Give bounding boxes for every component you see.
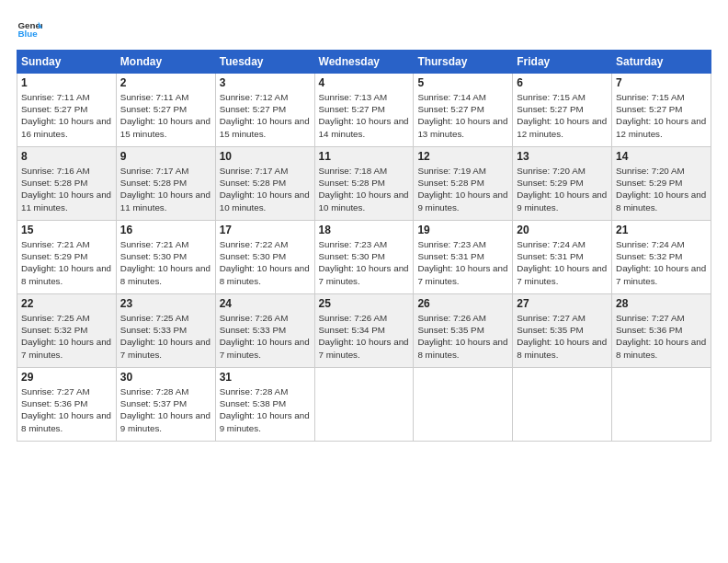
day-info: Sunrise: 7:28 AMSunset: 5:38 PMDaylight:… [220,386,310,433]
calendar-cell: 21Sunrise: 7:24 AMSunset: 5:32 PMDayligh… [612,221,711,294]
day-number: 18 [319,224,410,236]
calendar-cell: 10Sunrise: 7:17 AMSunset: 5:28 PMDayligh… [215,147,314,221]
weekday-header-row: SundayMondayTuesdayWednesdayThursdayFrid… [17,51,711,74]
calendar-cell: 28Sunrise: 7:27 AMSunset: 5:36 PMDayligh… [612,294,711,368]
calendar-cell: 13Sunrise: 7:20 AMSunset: 5:29 PMDayligh… [513,147,612,221]
day-number: 7 [616,76,707,89]
weekday-header-saturday: Saturday [612,51,711,74]
calendar-cell: 2Sunrise: 7:11 AMSunset: 5:27 PMDaylight… [116,74,215,147]
day-info: Sunrise: 7:21 AMSunset: 5:29 PMDaylight:… [21,239,111,286]
day-number: 9 [120,150,211,163]
calendar-cell: 6Sunrise: 7:15 AMSunset: 5:27 PMDaylight… [513,74,612,147]
day-info: Sunrise: 7:15 AMSunset: 5:27 PMDaylight:… [517,92,607,139]
calendar-cell: 12Sunrise: 7:19 AMSunset: 5:28 PMDayligh… [414,147,513,221]
calendar-cell: 3Sunrise: 7:12 AMSunset: 5:27 PMDaylight… [215,74,314,147]
day-info: Sunrise: 7:16 AMSunset: 5:28 PMDaylight:… [21,166,111,213]
day-info: Sunrise: 7:26 AMSunset: 5:34 PMDaylight:… [319,313,409,360]
day-info: Sunrise: 7:11 AMSunset: 5:27 PMDaylight:… [120,92,210,139]
calendar-cell: 15Sunrise: 7:21 AMSunset: 5:29 PMDayligh… [17,221,117,294]
day-info: Sunrise: 7:25 AMSunset: 5:33 PMDaylight:… [120,313,210,360]
page: General Blue SundayMondayTuesdayWednesda… [0,0,728,563]
day-number: 11 [319,150,410,163]
day-info: Sunrise: 7:20 AMSunset: 5:29 PMDaylight:… [517,166,607,213]
calendar-cell: 8Sunrise: 7:16 AMSunset: 5:28 PMDaylight… [17,147,117,221]
calendar-cell: 30Sunrise: 7:28 AMSunset: 5:37 PMDayligh… [116,368,215,442]
day-number: 31 [220,371,311,384]
calendar-cell [314,368,414,442]
calendar-cell [414,368,513,442]
day-number: 8 [21,150,112,163]
day-number: 10 [220,150,311,163]
svg-text:Blue: Blue [17,29,38,39]
weekday-header-sunday: Sunday [17,51,117,74]
calendar-cell: 17Sunrise: 7:22 AMSunset: 5:30 PMDayligh… [215,221,314,294]
day-info: Sunrise: 7:17 AMSunset: 5:28 PMDaylight:… [220,166,310,213]
day-info: Sunrise: 7:24 AMSunset: 5:31 PMDaylight:… [517,239,607,286]
calendar-cell: 9Sunrise: 7:17 AMSunset: 5:28 PMDaylight… [116,147,215,221]
day-number: 17 [220,224,311,236]
calendar-cell: 14Sunrise: 7:20 AMSunset: 5:29 PMDayligh… [612,147,711,221]
day-info: Sunrise: 7:19 AMSunset: 5:28 PMDaylight:… [417,166,507,213]
day-number: 23 [120,297,211,310]
day-number: 20 [517,224,608,236]
day-number: 4 [319,76,410,89]
day-info: Sunrise: 7:21 AMSunset: 5:30 PMDaylight:… [120,239,210,286]
day-number: 14 [616,150,707,163]
day-info: Sunrise: 7:13 AMSunset: 5:27 PMDaylight:… [319,92,409,139]
calendar-week-4: 22Sunrise: 7:25 AMSunset: 5:32 PMDayligh… [17,294,711,368]
weekday-header-monday: Monday [116,51,215,74]
day-info: Sunrise: 7:23 AMSunset: 5:30 PMDaylight:… [319,239,409,286]
day-info: Sunrise: 7:14 AMSunset: 5:27 PMDaylight:… [417,92,507,139]
day-info: Sunrise: 7:18 AMSunset: 5:28 PMDaylight:… [319,166,409,213]
day-info: Sunrise: 7:12 AMSunset: 5:27 PMDaylight:… [220,92,310,139]
header: General Blue [17,17,711,42]
calendar-week-1: 1Sunrise: 7:11 AMSunset: 5:27 PMDaylight… [17,74,711,147]
day-number: 16 [120,224,211,236]
day-number: 6 [517,76,608,89]
day-number: 30 [120,371,211,384]
day-info: Sunrise: 7:15 AMSunset: 5:27 PMDaylight:… [616,92,706,139]
day-info: Sunrise: 7:20 AMSunset: 5:29 PMDaylight:… [616,166,706,213]
day-info: Sunrise: 7:23 AMSunset: 5:31 PMDaylight:… [417,239,507,286]
weekday-header-tuesday: Tuesday [215,51,314,74]
weekday-header-thursday: Thursday [414,51,513,74]
day-info: Sunrise: 7:25 AMSunset: 5:32 PMDaylight:… [21,313,111,360]
calendar-week-5: 29Sunrise: 7:27 AMSunset: 5:36 PMDayligh… [17,368,711,442]
day-number: 12 [417,150,508,163]
calendar-cell: 18Sunrise: 7:23 AMSunset: 5:30 PMDayligh… [314,221,414,294]
day-info: Sunrise: 7:26 AMSunset: 5:35 PMDaylight:… [417,313,507,360]
calendar-cell: 31Sunrise: 7:28 AMSunset: 5:38 PMDayligh… [215,368,314,442]
calendar-cell: 29Sunrise: 7:27 AMSunset: 5:36 PMDayligh… [17,368,117,442]
day-number: 24 [220,297,311,310]
calendar-table: SundayMondayTuesdayWednesdayThursdayFrid… [17,50,711,442]
calendar-cell: 23Sunrise: 7:25 AMSunset: 5:33 PMDayligh… [116,294,215,368]
weekday-header-friday: Friday [513,51,612,74]
calendar-cell [612,368,711,442]
calendar-cell: 22Sunrise: 7:25 AMSunset: 5:32 PMDayligh… [17,294,117,368]
day-number: 1 [21,76,112,89]
calendar-cell: 19Sunrise: 7:23 AMSunset: 5:31 PMDayligh… [414,221,513,294]
day-number: 29 [21,371,112,384]
day-info: Sunrise: 7:27 AMSunset: 5:35 PMDaylight:… [517,313,607,360]
day-number: 21 [616,224,707,236]
calendar-cell: 16Sunrise: 7:21 AMSunset: 5:30 PMDayligh… [116,221,215,294]
logo-icon: General Blue [17,17,42,42]
calendar-cell: 1Sunrise: 7:11 AMSunset: 5:27 PMDaylight… [17,74,117,147]
calendar-cell [513,368,612,442]
calendar-week-2: 8Sunrise: 7:16 AMSunset: 5:28 PMDaylight… [17,147,711,221]
calendar-cell: 5Sunrise: 7:14 AMSunset: 5:27 PMDaylight… [414,74,513,147]
day-number: 2 [120,76,211,89]
day-number: 26 [417,297,508,310]
day-info: Sunrise: 7:24 AMSunset: 5:32 PMDaylight:… [616,239,706,286]
calendar-week-3: 15Sunrise: 7:21 AMSunset: 5:29 PMDayligh… [17,221,711,294]
day-number: 22 [21,297,112,310]
day-number: 19 [417,224,508,236]
calendar-cell: 27Sunrise: 7:27 AMSunset: 5:35 PMDayligh… [513,294,612,368]
calendar-cell: 11Sunrise: 7:18 AMSunset: 5:28 PMDayligh… [314,147,414,221]
day-number: 28 [616,297,707,310]
day-info: Sunrise: 7:11 AMSunset: 5:27 PMDaylight:… [21,92,111,139]
day-info: Sunrise: 7:22 AMSunset: 5:30 PMDaylight:… [220,239,310,286]
day-info: Sunrise: 7:27 AMSunset: 5:36 PMDaylight:… [616,313,706,360]
calendar-cell: 25Sunrise: 7:26 AMSunset: 5:34 PMDayligh… [314,294,414,368]
calendar-cell: 4Sunrise: 7:13 AMSunset: 5:27 PMDaylight… [314,74,414,147]
